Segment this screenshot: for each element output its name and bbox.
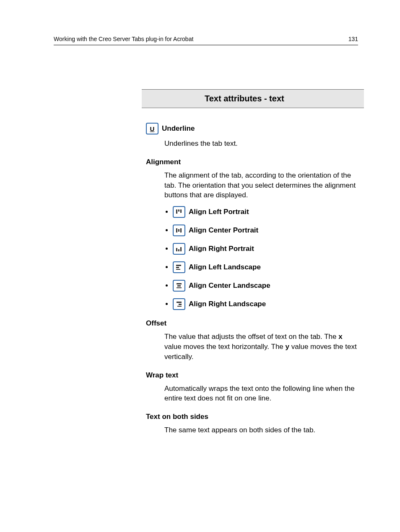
svg-rect-16 xyxy=(179,304,182,305)
svg-rect-11 xyxy=(176,269,180,270)
definition-both-sides: Text on both sides The same text appears… xyxy=(146,413,358,435)
page-header: Working with the Creo Server Tabs plug-i… xyxy=(54,36,358,45)
svg-rect-1 xyxy=(178,209,179,212)
underline-label-row: U Underline xyxy=(146,123,358,134)
align-right-portrait-icon xyxy=(173,243,185,255)
svg-rect-9 xyxy=(176,265,181,266)
align-left-portrait-icon xyxy=(173,206,185,218)
svg-rect-10 xyxy=(176,267,179,268)
alignment-item-label: Align Right Portrait xyxy=(189,244,254,254)
list-item: Align Center Landscape xyxy=(173,280,358,292)
wrap-label: Wrap text xyxy=(146,371,358,380)
svg-rect-14 xyxy=(177,287,182,288)
svg-rect-6 xyxy=(176,248,177,251)
alignment-item-label: Align Center Landscape xyxy=(189,281,270,291)
section-heading: Text attributes - text xyxy=(142,89,364,108)
content-column: Text attributes - text U Underline Under… xyxy=(146,89,358,435)
list-item: Align Right Landscape xyxy=(173,298,358,310)
page-number: 131 xyxy=(348,36,358,42)
align-center-portrait-icon xyxy=(173,225,185,236)
svg-rect-2 xyxy=(180,209,182,213)
alignment-item-label: Align Left Portrait xyxy=(189,207,249,217)
document-page: Working with the Creo Server Tabs plug-i… xyxy=(0,0,400,470)
list-item: Align Left Portrait xyxy=(173,206,358,218)
header-title: Working with the Creo Server Tabs plug-i… xyxy=(54,36,193,42)
definition-offset: Offset The value that adjusts the offset… xyxy=(146,319,358,362)
svg-rect-13 xyxy=(177,285,181,287)
svg-rect-4 xyxy=(178,229,179,232)
svg-rect-17 xyxy=(177,306,182,307)
offset-y: y xyxy=(286,343,289,351)
alignment-item-label: Align Left Landscape xyxy=(189,262,261,272)
svg-rect-12 xyxy=(177,283,182,284)
underline-label: Underline xyxy=(162,124,195,133)
svg-rect-5 xyxy=(180,228,182,232)
svg-rect-3 xyxy=(176,228,177,232)
offset-x: x xyxy=(338,333,342,341)
svg-rect-0 xyxy=(176,209,177,214)
offset-label: Offset xyxy=(146,319,358,328)
offset-text-part: The value that adjusts the offset of tex… xyxy=(164,333,338,341)
align-left-landscape-icon xyxy=(173,261,185,273)
wrap-body: Automatically wraps the text onto the fo… xyxy=(164,384,358,404)
offset-text-part: value moves the text horizontally. The xyxy=(164,343,286,351)
underline-body: Underlines the tab text. xyxy=(164,139,358,149)
alignment-item-label: Align Center Portrait xyxy=(189,225,258,235)
alignment-body-text: The alignment of the tab, according to t… xyxy=(164,171,356,199)
definition-alignment: Alignment The alignment of the tab, acco… xyxy=(146,158,358,310)
list-item: Align Right Portrait xyxy=(173,243,358,255)
alignment-item-label: Align Right Landscape xyxy=(189,299,266,309)
svg-rect-8 xyxy=(180,247,182,251)
offset-body: The value that adjusts the offset of tex… xyxy=(164,332,358,362)
svg-rect-7 xyxy=(178,249,179,251)
align-right-landscape-icon xyxy=(173,298,185,310)
list-item: Align Center Portrait xyxy=(173,225,358,236)
svg-rect-15 xyxy=(177,302,182,303)
section-heading-text: Text attributes - text xyxy=(205,94,284,103)
alignment-label: Alignment xyxy=(146,158,358,166)
bothsides-body: The same text appears on both sides of t… xyxy=(164,425,358,435)
underline-icon: U xyxy=(146,123,158,134)
alignment-body: The alignment of the tab, according to t… xyxy=(164,170,358,310)
bothsides-label: Text on both sides xyxy=(146,413,358,421)
definition-underline: U Underline Underlines the tab text. xyxy=(146,123,358,149)
align-center-landscape-icon xyxy=(173,280,185,292)
definition-wrap-text: Wrap text Automatically wraps the text o… xyxy=(146,371,358,404)
list-item: Align Left Landscape xyxy=(173,261,358,273)
alignment-options-list: Align Left Portrait Align Center Portrai… xyxy=(164,206,358,310)
